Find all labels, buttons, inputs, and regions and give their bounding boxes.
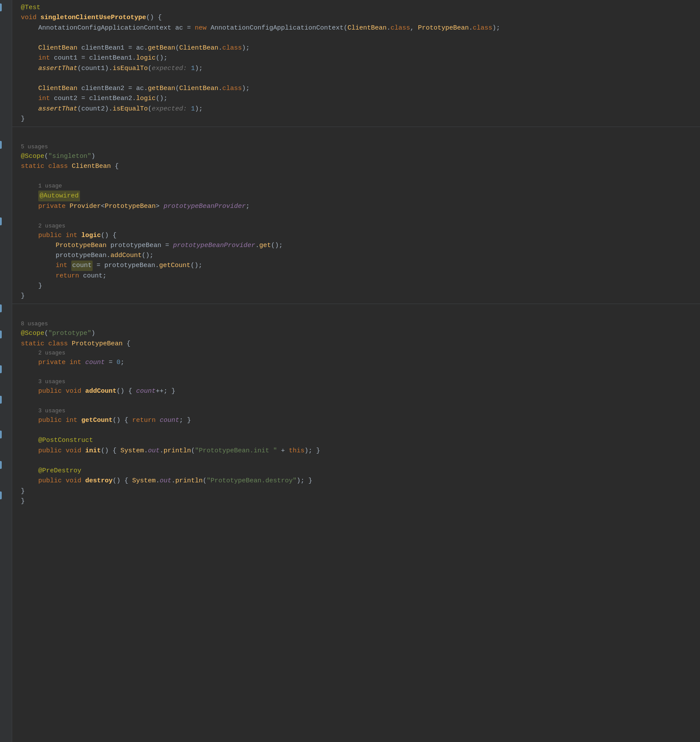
line-logic-sig: public int logic () { <box>12 231 700 241</box>
punc-15: ( <box>148 64 152 74</box>
punc-field-semi: ; <box>246 201 250 211</box>
method-println2: println <box>175 476 203 486</box>
line-close-protobean: } <box>12 486 700 496</box>
class-protobean-def: PrototypeBean <box>72 339 123 349</box>
punc-out2-dot: . <box>171 476 175 486</box>
line-postconstruct: @PostConstruct <box>12 435 700 445</box>
punc-14: ). <box>105 64 113 74</box>
punc-dot-addcount: . <box>107 251 110 261</box>
line-count1-decl: int count1 = clientBean1 . logic (); <box>12 53 700 63</box>
type-protobean-generic: PrototypeBean <box>105 201 156 211</box>
punc-26: ); <box>195 104 203 114</box>
line-close-logic: } <box>12 281 700 291</box>
class-system: System <box>120 446 144 456</box>
class-clientbean-arg1: ClientBean <box>179 43 218 53</box>
punc-get-call: (); <box>271 241 283 251</box>
line-class-clientbean: static class ClientBean { <box>12 161 700 171</box>
code-area: @Test void singletonClientUsePrototype (… <box>12 0 700 742</box>
kw-new-1: new <box>195 23 207 33</box>
kw-void-1: void <box>21 13 37 23</box>
punc-println2-close: ); } <box>297 476 312 486</box>
kw-return-2: return <box>132 415 156 425</box>
punc-close-test: } <box>21 114 25 124</box>
punc-17: . <box>144 84 148 94</box>
var-count-return: count <box>83 271 103 281</box>
var-count-highlighted: count <box>71 261 93 271</box>
punc-getcount-call: (); <box>190 261 202 271</box>
var-clientbean2: clientBean2 <box>81 84 124 94</box>
punc-close-protobean: } <box>21 486 25 496</box>
var-ac: ac <box>175 23 183 33</box>
type-provider: Provider <box>70 201 101 211</box>
str-destroy: "PrototypeBean.destroy" <box>207 476 297 486</box>
class-clientbean-def: ClientBean <box>72 161 111 171</box>
punc-1: () { <box>146 13 162 23</box>
type-annocontext2: AnnotationConfigApplicationContext <box>210 23 343 33</box>
punc-22: (); <box>156 94 167 104</box>
punc-out-dot: . <box>160 446 163 456</box>
method-addcount-call: addCount <box>110 251 142 261</box>
punc-23: ( <box>77 104 81 114</box>
method-getcount-def: getCount <box>81 415 113 425</box>
punc-9: . <box>218 43 222 53</box>
kw-class-4: class <box>222 84 242 94</box>
line-blank-6 <box>12 397 700 407</box>
test-section: @Test void singletonClientUsePrototype (… <box>12 0 700 127</box>
annotation-autowired: @Autowired <box>38 191 80 201</box>
line-return-count: return count ; <box>12 271 700 281</box>
class-clientbean-type1: ClientBean <box>38 43 77 53</box>
usages-getcount: 3 usages <box>12 407 700 415</box>
kw-int-3: int <box>66 231 77 241</box>
line-blank-1 <box>12 33 700 43</box>
kw-class-6: class <box>48 339 68 349</box>
section-gap-1 <box>12 127 700 140</box>
kw-class-2: class <box>473 23 492 33</box>
method-singleton: singletonClientUsePrototype <box>40 13 146 23</box>
field-providerimpl: prototypeBeanProvider <box>163 201 246 211</box>
punc-18: ( <box>175 84 179 94</box>
var-protobean-ref2: prototypeBean <box>104 261 155 271</box>
punc-close-clientbean: } <box>21 291 25 301</box>
gutter-marker-2 <box>0 141 2 149</box>
line-blank-2 <box>12 74 700 84</box>
punc-4: , <box>410 23 418 33</box>
var-clientbean1: clientBean1 <box>81 43 124 53</box>
method-getbean1: getBean <box>148 43 175 53</box>
punc-19: . <box>218 84 222 94</box>
var-ac2: ac <box>136 43 144 53</box>
kw-int-5: int <box>70 358 81 368</box>
punc-generic-close: > <box>156 201 160 211</box>
line-scope-prototype: @Scope ( "prototype" ) <box>12 328 700 338</box>
num-0: 0 <box>117 358 120 368</box>
punc-return-semi: ; <box>103 271 107 281</box>
usages-autowired: 1 usage <box>12 182 700 191</box>
line-blank-5 <box>12 368 700 378</box>
line-addcount-call: prototypeBean . addCount (); <box>12 251 700 261</box>
line-count-getcount: int count = prototypeBean . getCount (); <box>12 261 700 271</box>
method-getcount-call: getCount <box>159 261 190 271</box>
kw-void-3: void <box>66 446 81 456</box>
punc-provider-dot: . <box>255 241 259 251</box>
line-count-field: private int count = 0 ; <box>12 358 700 368</box>
class-clientbean-arg2: ClientBean <box>179 84 218 94</box>
method-assertthat1: assertThat <box>38 64 77 74</box>
line-close-outer: } <box>12 496 700 506</box>
punc-addcount-close: } <box>171 386 175 396</box>
line-close-clientbean: } <box>12 291 700 301</box>
punc-5: . <box>469 23 473 33</box>
punc-8: ( <box>175 43 179 53</box>
punc-destroy-open: () { <box>113 476 128 486</box>
kw-int-6: int <box>66 415 77 425</box>
punc-addcount-open: () { <box>117 386 132 396</box>
line-blank-4 <box>12 211 700 221</box>
kw-static-1: static <box>21 161 44 171</box>
var-clientbean1-ref1: clientBean1 <box>89 53 132 63</box>
punc-println2-open: ( <box>203 476 207 486</box>
kw-void-4: void <box>66 476 81 486</box>
line-method-sig: void singletonClientUsePrototype () { <box>12 13 700 23</box>
annotation-test: @Test <box>21 3 40 13</box>
punc-system2-dot: . <box>156 476 160 486</box>
var-count2-ref1: count2 <box>81 104 105 114</box>
line-blank-7 <box>12 425 700 435</box>
editor-container: @Test void singletonClientUsePrototype (… <box>0 0 700 742</box>
